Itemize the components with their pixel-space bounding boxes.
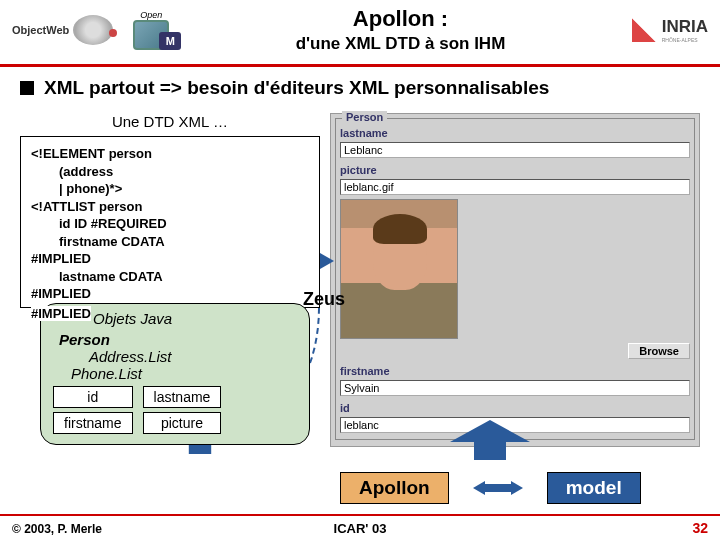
input-lastname[interactable] bbox=[340, 142, 690, 158]
dtd-line: | phone)*> bbox=[31, 180, 309, 198]
dtd-line: id ID #REQUIRED bbox=[31, 215, 309, 233]
bullet-square-icon bbox=[20, 81, 34, 95]
dtd-line: <!ELEMENT person bbox=[31, 146, 152, 161]
header-divider bbox=[0, 64, 720, 67]
dtd-line: #IMPLIED bbox=[31, 251, 91, 266]
slide-title: Apollon : bbox=[189, 6, 611, 32]
form-legend-person: Person bbox=[342, 111, 387, 123]
dtd-line: <!ATTLIST person bbox=[31, 199, 142, 214]
label-id: id bbox=[340, 402, 690, 414]
attr-picture: picture bbox=[143, 412, 222, 434]
bullet-text: XML partout => besoin d'éditeurs XML per… bbox=[44, 77, 549, 99]
class-addresslist: Address.List bbox=[89, 348, 297, 365]
java-objects-box: #IMPLIED Objets Java Person Address.List… bbox=[40, 303, 310, 445]
footer-conference: ICAR' 03 bbox=[0, 521, 720, 536]
apollon-box: Apollon bbox=[340, 472, 449, 504]
up-arrow-icon bbox=[450, 420, 530, 460]
generated-form: Person lastname picture Browse firstname bbox=[330, 113, 700, 447]
footer-divider bbox=[0, 514, 720, 516]
class-person: Person bbox=[59, 331, 297, 348]
attr-firstname: firstname bbox=[53, 412, 133, 434]
browse-button[interactable]: Browse bbox=[628, 343, 690, 359]
dtd-overflow: #IMPLIED bbox=[31, 306, 91, 321]
attr-lastname: lastname bbox=[143, 386, 222, 408]
inria-logo: INRIA RHÔNE-ALPES bbox=[632, 17, 708, 43]
double-arrow-icon bbox=[473, 481, 523, 495]
inria-text: INRIA bbox=[662, 17, 708, 36]
left-logos: ObjectWeb Open M bbox=[12, 10, 169, 50]
dtd-line: lastname CDATA bbox=[31, 268, 309, 286]
m-badge: M bbox=[159, 32, 181, 50]
input-picture[interactable] bbox=[340, 179, 690, 195]
title-block: Apollon : d'une XML DTD à son IHM bbox=[189, 6, 611, 54]
ccm-shape-icon: M bbox=[133, 20, 169, 50]
dtd-caption: Une DTD XML … bbox=[20, 113, 320, 130]
globe-icon bbox=[73, 15, 113, 45]
zeus-arrow-icon bbox=[320, 253, 334, 269]
form-group-person: Person lastname picture Browse firstname bbox=[335, 118, 695, 440]
label-picture: picture bbox=[340, 164, 690, 176]
inria-subtext: RHÔNE-ALPES bbox=[662, 37, 708, 43]
label-lastname: lastname bbox=[340, 127, 690, 139]
input-firstname[interactable] bbox=[340, 380, 690, 396]
dtd-code-box: <!ELEMENT person (address | phone)*> <!A… bbox=[20, 136, 320, 308]
objectweb-text: ObjectWeb bbox=[12, 24, 69, 36]
openccm-logo: Open M bbox=[133, 10, 169, 50]
dtd-line: firstname CDATA bbox=[31, 233, 309, 251]
flow-row: Apollon model bbox=[340, 472, 641, 504]
inria-triangle-icon bbox=[632, 18, 656, 42]
footer-page-number: 32 bbox=[692, 520, 708, 536]
dtd-line: (address bbox=[31, 163, 309, 181]
slide-header: ObjectWeb Open M Apollon : d'une XML DTD… bbox=[0, 0, 720, 58]
zeus-label: Zeus bbox=[303, 289, 345, 310]
bullet-line: XML partout => besoin d'éditeurs XML per… bbox=[20, 77, 700, 99]
objectweb-logo: ObjectWeb bbox=[12, 15, 113, 45]
open-text: Open bbox=[140, 10, 162, 20]
model-box: model bbox=[547, 472, 641, 504]
dtd-line: #IMPLIED bbox=[31, 286, 91, 301]
attr-id: id bbox=[53, 386, 133, 408]
label-firstname: firstname bbox=[340, 365, 690, 377]
java-objects-title: Objets Java bbox=[93, 310, 297, 327]
class-phonelist: Phone.List bbox=[71, 365, 297, 382]
slide-subtitle: d'une XML DTD à son IHM bbox=[189, 34, 611, 54]
photo-preview bbox=[340, 199, 458, 339]
